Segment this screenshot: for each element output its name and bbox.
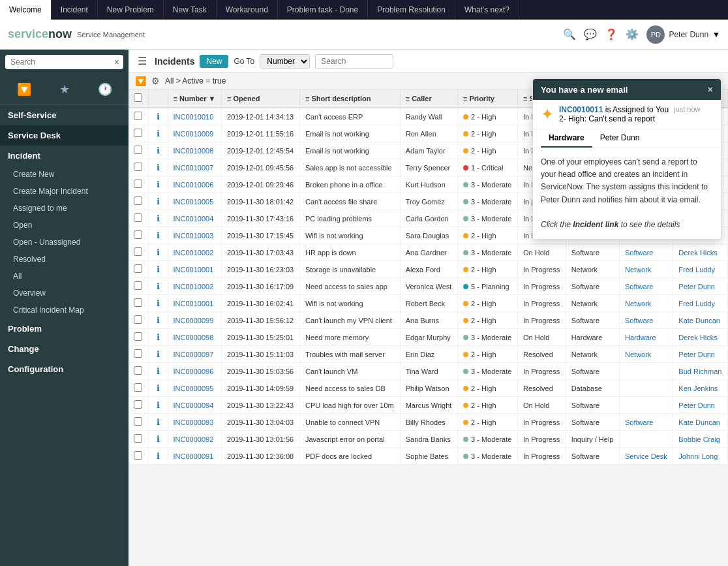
row-info-6[interactable]: ℹ — [148, 210, 168, 227]
row-checkbox-9[interactable] — [129, 261, 148, 278]
row-checkbox-0[interactable] — [129, 108, 148, 125]
row-group-18[interactable]: Kate Duncan — [673, 414, 728, 431]
sidebar-history-icon[interactable]: 🕐 — [93, 80, 117, 99]
row-checkbox-18[interactable] — [129, 414, 148, 431]
row-info-10[interactable]: ℹ — [148, 278, 168, 295]
row-checkbox-20[interactable] — [129, 448, 148, 465]
tab-new-task[interactable]: New Task — [164, 0, 217, 20]
sidebar-item-change[interactable]: Change — [0, 339, 129, 359]
new-button[interactable]: New — [200, 55, 228, 68]
row-group-12[interactable]: Kate Duncan — [673, 312, 728, 329]
col-header-number[interactable]: ≡ Number ▼ — [168, 89, 222, 108]
row-group-8[interactable]: Derek Hicks — [673, 244, 728, 261]
row-number-0[interactable]: INC0010010 — [168, 108, 222, 125]
sidebar-item-create-major-incident[interactable]: Create Major Incident — [0, 183, 129, 200]
row-info-11[interactable]: ℹ — [148, 295, 168, 312]
sidebar-item-assigned-to-me[interactable]: Assigned to me — [0, 200, 129, 217]
row-number-16[interactable]: INC0000095 — [168, 380, 222, 397]
sidebar-item-create-new[interactable]: Create New — [0, 166, 129, 183]
row-group-13[interactable]: Derek Hicks — [673, 329, 728, 346]
row-checkbox-4[interactable] — [129, 176, 148, 193]
row-info-18[interactable]: ℹ — [148, 414, 168, 431]
sidebar-item-configuration[interactable]: Configuration — [0, 359, 129, 379]
hamburger-menu-button[interactable]: ☰ — [135, 54, 149, 69]
sidebar-item-problem[interactable]: Problem — [0, 319, 129, 339]
row-subcategory-14[interactable]: Network — [620, 346, 673, 363]
sidebar-item-resolved[interactable]: Resolved — [0, 251, 129, 268]
sidebar-item-open[interactable]: Open — [0, 217, 129, 234]
row-info-3[interactable]: ℹ — [148, 159, 168, 176]
row-info-17[interactable]: ℹ — [148, 397, 168, 414]
row-info-2[interactable]: ℹ — [148, 142, 168, 159]
tab-whats-next[interactable]: What's next? — [455, 0, 519, 20]
sidebar-search-input[interactable] — [5, 55, 123, 69]
row-info-16[interactable]: ℹ — [148, 380, 168, 397]
row-number-11[interactable]: INC0010001 — [168, 295, 222, 312]
col-header-opened[interactable]: ≡ Opened — [222, 89, 300, 108]
row-info-0[interactable]: ℹ — [148, 108, 168, 125]
row-checkbox-14[interactable] — [129, 346, 148, 363]
row-info-13[interactable]: ℹ — [148, 329, 168, 346]
user-area[interactable]: PD Peter Dunn ▼ — [646, 25, 720, 44]
row-info-15[interactable]: ℹ — [148, 363, 168, 380]
tab-problem-resolution[interactable]: Problem Resolution — [368, 0, 455, 20]
sidebar-item-critical-incident-map[interactable]: Critical Incident Map — [0, 302, 129, 319]
goto-select[interactable]: Number — [260, 54, 310, 69]
row-number-20[interactable]: INC0000091 — [168, 448, 222, 465]
row-number-5[interactable]: INC0010005 — [168, 193, 222, 210]
row-number-1[interactable]: INC0010009 — [168, 125, 222, 142]
row-info-5[interactable]: ℹ — [148, 193, 168, 210]
row-group-11[interactable]: Fred Luddy — [673, 295, 728, 312]
tab-welcome[interactable]: Welcome — [0, 0, 52, 20]
sidebar-item-open-unassigned[interactable]: Open - Unassigned — [0, 234, 129, 251]
row-subcategory-20[interactable]: Service Desk — [620, 448, 673, 465]
row-group-15[interactable]: Bud Richman — [673, 363, 728, 380]
row-number-19[interactable]: INC0000092 — [168, 431, 222, 448]
row-checkbox-10[interactable] — [129, 278, 148, 295]
row-info-8[interactable]: ℹ — [148, 244, 168, 261]
email-popup-cta-link[interactable]: Incident link — [573, 220, 618, 229]
sidebar-search-clear-icon[interactable]: × — [114, 57, 119, 67]
sidebar-item-service-desk[interactable]: Service Desk — [0, 125, 129, 146]
row-number-7[interactable]: INC0010003 — [168, 227, 222, 244]
row-number-6[interactable]: INC0010004 — [168, 210, 222, 227]
row-checkbox-5[interactable] — [129, 193, 148, 210]
tab-workaround[interactable]: Workaround — [217, 0, 278, 20]
tab-new-problem[interactable]: New Problem — [98, 0, 164, 20]
row-number-18[interactable]: INC0000093 — [168, 414, 222, 431]
row-checkbox-17[interactable] — [129, 397, 148, 414]
row-subcategory-11[interactable]: Network — [620, 295, 673, 312]
sidebar-item-self-service[interactable]: Self-Service — [0, 105, 129, 125]
table-settings-icon[interactable]: ⚙ — [151, 76, 160, 86]
sidebar-filter-icon[interactable]: 🔽 — [12, 80, 37, 99]
row-number-9[interactable]: INC0010001 — [168, 261, 222, 278]
row-info-12[interactable]: ℹ — [148, 312, 168, 329]
content-search-input[interactable] — [315, 54, 393, 69]
row-checkbox-11[interactable] — [129, 295, 148, 312]
row-checkbox-6[interactable] — [129, 210, 148, 227]
row-number-8[interactable]: INC0010002 — [168, 244, 222, 261]
email-popup-close-button[interactable]: × — [708, 84, 713, 95]
row-number-17[interactable]: INC0000094 — [168, 397, 222, 414]
row-subcategory-18[interactable]: Software — [620, 414, 673, 431]
row-number-10[interactable]: INC0010002 — [168, 278, 222, 295]
help-icon[interactable]: ❓ — [605, 28, 618, 40]
col-header-priority[interactable]: ≡ Priority — [457, 89, 517, 108]
row-number-14[interactable]: INC0000097 — [168, 346, 222, 363]
sidebar-item-all[interactable]: All — [0, 268, 129, 285]
row-checkbox-2[interactable] — [129, 142, 148, 159]
row-checkbox-7[interactable] — [129, 227, 148, 244]
sidebar-item-overview[interactable]: Overview — [0, 285, 129, 302]
row-subcategory-13[interactable]: Hardware — [620, 329, 673, 346]
row-number-12[interactable]: INC0000099 — [168, 312, 222, 329]
row-group-20[interactable]: Johnni Long — [673, 448, 728, 465]
row-info-20[interactable]: ℹ — [148, 448, 168, 465]
row-group-16[interactable]: Ken Jenkins — [673, 380, 728, 397]
sidebar-item-incident[interactable]: Incident — [0, 146, 129, 166]
row-info-7[interactable]: ℹ — [148, 227, 168, 244]
row-info-4[interactable]: ℹ — [148, 176, 168, 193]
row-checkbox-19[interactable] — [129, 431, 148, 448]
row-group-10[interactable]: Peter Dunn — [673, 278, 728, 295]
row-subcategory-10[interactable]: Software — [620, 278, 673, 295]
row-number-13[interactable]: INC0000098 — [168, 329, 222, 346]
